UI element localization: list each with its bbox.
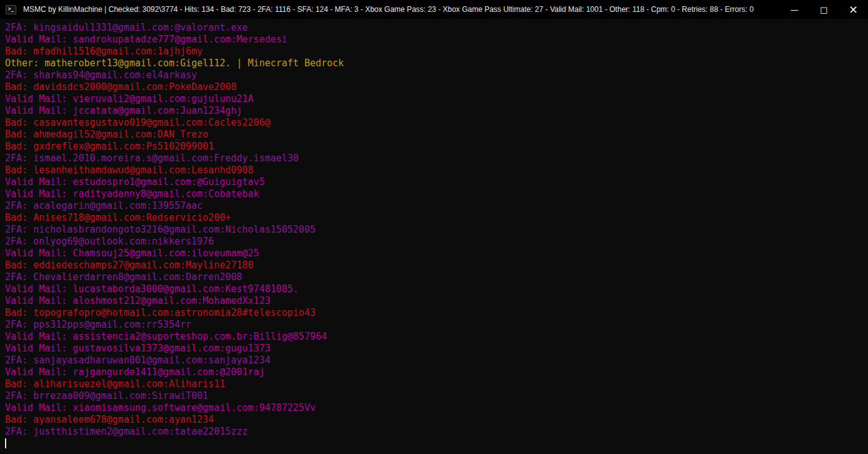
console-line-2fa: 2FA: justthistimen2@gmail.com:tatae22015… <box>5 426 868 438</box>
console-line-2fa: 2FA: pps312pps@gmail.com:rr5354rr <box>5 319 868 331</box>
console-line-2fa: 2FA: brrezaa009@gmail.com:SirawiT001 <box>5 390 868 402</box>
console-output[interactable]: 2FA: kingsaidul1331@gmail.com:@valorant.… <box>0 19 868 454</box>
console-line-2fa: 2FA: ismael.2010.moreira.s@gmail.com:Fre… <box>5 153 868 164</box>
console-line-bad: Bad: eddiedeschamps27@gmail.com:Mayline2… <box>5 260 868 271</box>
console-line-valid-mail: Valid Mail: sandrokupatadze777@gmail.com… <box>5 34 868 46</box>
console-line-valid-mail: Valid Mail: xiaomisamsung.software@gmail… <box>5 402 868 414</box>
console-line-valid-mail: Valid Mail: lucastaborda3000@gmail.com:K… <box>5 283 868 295</box>
console-line-bad: Bad: ayansaleem678@gmail.com:ayan1234 <box>5 414 868 426</box>
close-icon: × <box>849 4 858 15</box>
console-line-valid-mail: Valid Mail: Chamsouj25@gmail.com:iloveum… <box>5 248 868 260</box>
minimize-button[interactable]: — <box>780 0 809 19</box>
console-line-2fa: 2FA: sanjayasadharuwan001@gmail.com:sanj… <box>5 355 868 366</box>
console-line-valid-mail: Valid Mail: vieruvali2@gmail.com:gujulun… <box>5 93 868 105</box>
title-bar: >_ MSMC by KillinMachine | Checked: 3092… <box>0 0 868 19</box>
console-line-valid-mail: Valid Mail: aloshmost212@gmail.com:Moham… <box>5 295 868 307</box>
console-line-valid-mail: Valid Mail: jccatata@gmail.com:Juan1234g… <box>5 105 868 117</box>
console-line-bad: Bad: Anises718@gmail.com:Redservicio200+ <box>5 212 868 224</box>
window-title: MSMC by KillinMachine | Checked: 3092\37… <box>23 5 780 14</box>
cursor-line <box>5 438 868 450</box>
console-line-bad: Bad: davidsdcs2000@gmail.com:PokeDave200… <box>5 81 868 93</box>
console-line-bad: Bad: lesanheithamdawud@gmail.com:Lesanhd… <box>5 164 868 176</box>
console-line-2fa: 2FA: kingsaidul1331@gmail.com:@valorant.… <box>5 22 868 34</box>
console-line-bad: Bad: ahmedagil52@gmail.com:DAN_Trezo <box>5 129 868 141</box>
console-line-bad: Bad: topografopro@hotmail.com:astronomia… <box>5 307 868 319</box>
console-line-bad: Bad: gxdreflex@gmail.com:Ps5102099001 <box>5 141 868 153</box>
console-line-2fa: 2FA: onlyog69@outlook.com:nikkers1976 <box>5 236 868 248</box>
console-line-bad: Bad: aliharisuezel@gmail.com:Aliharis11 <box>5 378 868 390</box>
console-line-2fa: 2FA: acalegarin@gmail.com:139557aac <box>5 200 868 212</box>
console-line-2fa: 2FA: Chevalierdarren8@gmail.com:Darren20… <box>5 271 868 283</box>
console-line-2fa: 2FA: sharkas94@gmail.com:el4arkasy <box>5 69 868 81</box>
console-line-valid-mail: Valid Mail: gustavosilva1373@gmail.com:g… <box>5 343 868 355</box>
console-line-valid-mail: Valid Mail: estudospro1@gmail.com:@Guigu… <box>5 176 868 188</box>
console-line-valid-mail: Valid Mail: radityadanny8@gmail.com:Coba… <box>5 188 868 200</box>
console-line-2fa: 2FA: nicholasbrandongoto3216@gmail.com:N… <box>5 224 868 236</box>
maximize-icon: □ <box>820 6 827 14</box>
console-line-valid-mail: Valid Mail: assistencia2@suporteshop.com… <box>5 331 868 343</box>
close-button[interactable]: × <box>839 0 868 19</box>
text-cursor <box>5 438 6 448</box>
maximize-button[interactable]: □ <box>809 0 839 19</box>
console-line-valid-mail: Valid Mail: rajgangurde1411@gmail.com:@2… <box>5 366 868 378</box>
window-controls: —□× <box>780 0 868 19</box>
console-line-bad: Bad: mfadhil1516@gmail.com:1ajhj6my <box>5 46 868 58</box>
console-app-icon: >_ <box>6 5 16 14</box>
console-line-bad: Bad: casavantesgustavo019@gmail.com:Cacl… <box>5 117 868 129</box>
minimize-icon: — <box>790 6 799 14</box>
console-line-other: Other: matherobert13@gmail.com:Gigel112.… <box>5 58 868 69</box>
